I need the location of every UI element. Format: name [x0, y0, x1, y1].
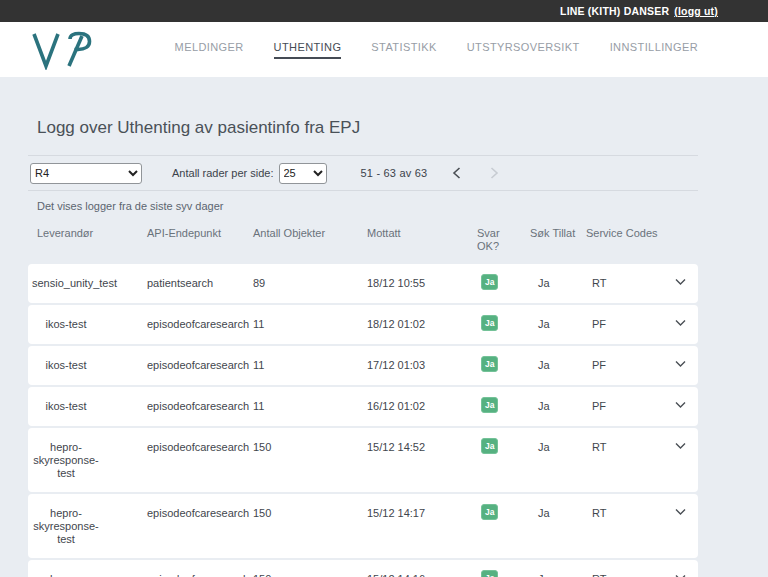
row-expand-button[interactable]: [667, 494, 698, 558]
log-period-note: Det vises logger fra de siste syv dager: [37, 200, 698, 212]
row-expand-button[interactable]: [667, 428, 698, 492]
cell-service-codes: RT: [577, 494, 667, 558]
cell-antall-objekter: 11: [244, 346, 358, 385]
cell-service-codes: RT: [577, 560, 667, 577]
cell-service-codes: PF: [577, 387, 667, 426]
cell-svar-ok: Ja: [468, 346, 521, 385]
main-nav: MELDINGER UTHENTING STATISTIKK UTSTYRSOV…: [175, 41, 698, 59]
status-badge: Ja: [481, 315, 498, 331]
cell-api-endepunkt: episodeofcaresearch: [138, 387, 244, 426]
main-content: Logg over Uthenting av pasientinfo fra E…: [0, 118, 768, 577]
cell-svar-ok: Ja: [468, 494, 521, 558]
chevron-down-icon: [673, 570, 688, 577]
cell-antall-objekter: 11: [244, 305, 358, 344]
col-header-antall-objekter: Antall Objekter: [244, 227, 358, 261]
nav-item-meldinger[interactable]: MELDINGER: [175, 41, 244, 59]
cell-antall-objekter: 150: [244, 560, 358, 577]
source-filter-select[interactable]: R4: [30, 163, 142, 184]
status-badge: Ja: [481, 438, 498, 454]
cell-api-endepunkt: episodeofcaresearch: [138, 560, 244, 577]
row-expand-button[interactable]: [667, 387, 698, 426]
divider-bottom: [28, 190, 698, 191]
pagination-range: 51 - 63 av 63: [361, 167, 428, 179]
cell-svar-ok: Ja: [468, 305, 521, 344]
cell-leverandor: hepro-skyresponse-test: [28, 560, 138, 577]
table-row[interactable]: ikos-test episodeofcaresearch 11 17/12 0…: [28, 346, 698, 385]
cell-sok-tillat: Ja: [521, 494, 577, 558]
cell-sok-tillat: Ja: [521, 387, 577, 426]
cell-leverandor: ikos-test: [28, 305, 138, 344]
status-badge: Ja: [481, 504, 498, 520]
table-row[interactable]: ikos-test episodeofcaresearch 11 18/12 0…: [28, 305, 698, 344]
nav-item-statistikk[interactable]: STATISTIKK: [371, 41, 436, 59]
table-row[interactable]: hepro-skyresponse-test episodeofcaresear…: [28, 494, 698, 558]
cell-antall-objekter: 150: [244, 428, 358, 492]
nav-item-uthenting[interactable]: UTHENTING: [274, 41, 342, 59]
table-header-row: Leverandør API-Endepunkt Antall Objekter…: [28, 227, 698, 261]
chevron-down-icon: [673, 356, 688, 371]
cell-api-endepunkt: episodeofcaresearch: [138, 346, 244, 385]
cell-api-endepunkt: patientsearch: [138, 264, 244, 303]
cell-mottatt: 15/12 14:16: [358, 560, 468, 577]
cell-mottatt: 15/12 14:17: [358, 494, 468, 558]
cell-sok-tillat: Ja: [521, 264, 577, 303]
cell-api-endepunkt: episodeofcaresearch: [138, 428, 244, 492]
col-header-api-endepunkt: API-Endepunkt: [138, 227, 244, 261]
cell-sok-tillat: Ja: [521, 428, 577, 492]
col-header-leverandor: Leverandør: [28, 227, 138, 261]
col-header-service-codes: Service Codes: [577, 227, 667, 261]
cell-leverandor: hepro-skyresponse-test: [28, 494, 138, 558]
user-name: LINE (KITH) DANSER: [560, 5, 669, 17]
col-header-svar-ok: Svar OK?: [468, 227, 521, 261]
table-row[interactable]: ikos-test episodeofcaresearch 11 16/12 0…: [28, 387, 698, 426]
col-header-mottatt: Mottatt: [358, 227, 468, 261]
nav-item-utstyrsoversikt[interactable]: UTSTYRSOVERSIKT: [467, 41, 580, 59]
cell-sok-tillat: Ja: [521, 560, 577, 577]
table-row[interactable]: sensio_unity_test patientsearch 89 18/12…: [28, 264, 698, 303]
cell-antall-objekter: 11: [244, 387, 358, 426]
pagination-prev-button[interactable]: [448, 165, 464, 181]
chevron-down-icon: [673, 274, 688, 289]
row-expand-button[interactable]: [667, 346, 698, 385]
controls-bar: R4 Antall rader per side: 25 51 - 63 av …: [28, 156, 698, 190]
row-expand-button[interactable]: [667, 305, 698, 344]
status-badge: Ja: [481, 570, 498, 577]
chevron-down-icon: [673, 315, 688, 330]
cell-sok-tillat: Ja: [521, 305, 577, 344]
row-expand-button[interactable]: [667, 560, 698, 577]
cell-sok-tillat: Ja: [521, 346, 577, 385]
cell-service-codes: RT: [577, 264, 667, 303]
nav-item-innstillinger[interactable]: INNSTILLINGER: [610, 41, 698, 59]
chevron-right-icon: [490, 167, 499, 179]
rows-per-page-label: Antall rader per side:: [172, 167, 274, 179]
cell-api-endepunkt: episodeofcaresearch: [138, 305, 244, 344]
table-row[interactable]: hepro-skyresponse-test episodeofcaresear…: [28, 560, 698, 577]
cell-leverandor: ikos-test: [28, 387, 138, 426]
pagination-next-button[interactable]: [486, 165, 502, 181]
table-row[interactable]: hepro-skyresponse-test episodeofcaresear…: [28, 428, 698, 492]
row-expand-button[interactable]: [667, 264, 698, 303]
chevron-down-icon: [673, 504, 688, 519]
chevron-down-icon: [673, 438, 688, 453]
cell-antall-objekter: 150: [244, 494, 358, 558]
cell-mottatt: 17/12 01:03: [358, 346, 468, 385]
cell-mottatt: 15/12 14:52: [358, 428, 468, 492]
cell-svar-ok: Ja: [468, 428, 521, 492]
chevron-down-icon: [673, 397, 688, 412]
topbar: LINE (KITH) DANSER (logg ut): [0, 0, 768, 22]
cell-leverandor: ikos-test: [28, 346, 138, 385]
cell-leverandor: hepro-skyresponse-test: [28, 428, 138, 492]
vkp-logo: [30, 30, 94, 70]
cell-svar-ok: Ja: [468, 264, 521, 303]
cell-svar-ok: Ja: [468, 387, 521, 426]
rows-per-page-select[interactable]: 25: [279, 163, 327, 184]
cell-service-codes: PF: [577, 346, 667, 385]
status-badge: Ja: [481, 397, 498, 413]
logout-link[interactable]: (logg ut): [674, 5, 718, 17]
cell-service-codes: PF: [577, 305, 667, 344]
cell-mottatt: 16/12 01:02: [358, 387, 468, 426]
cell-api-endepunkt: episodeofcaresearch: [138, 494, 244, 558]
col-header-sok-tillat: Søk Tillat: [521, 227, 577, 261]
status-badge: Ja: [481, 356, 498, 372]
cell-antall-objekter: 89: [244, 264, 358, 303]
